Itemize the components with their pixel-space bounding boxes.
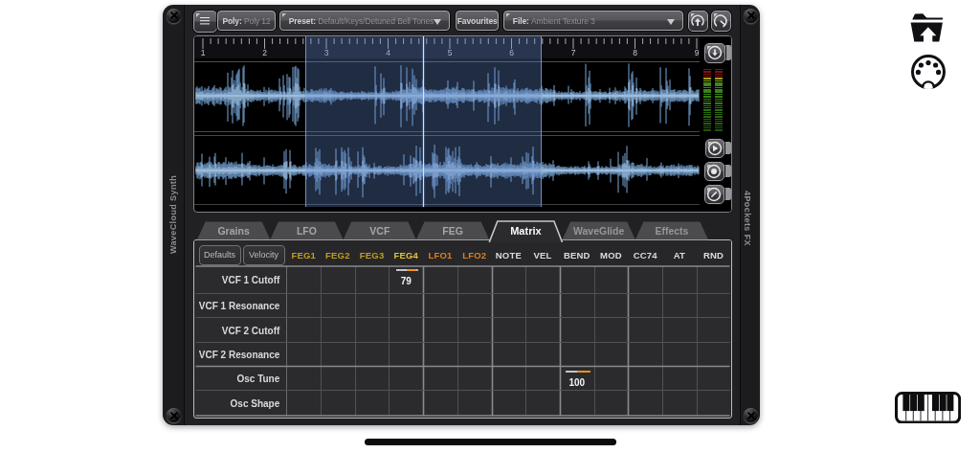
svg-text:LFO: LFO bbox=[296, 225, 316, 237]
svg-text:VCF: VCF bbox=[369, 225, 390, 237]
svg-text:WaveGlide: WaveGlide bbox=[572, 225, 623, 237]
svg-text:Effects: Effects bbox=[655, 225, 688, 237]
svg-text:FEG: FEG bbox=[442, 225, 463, 237]
svg-text:Grains: Grains bbox=[217, 225, 249, 237]
svg-text:Matrix: Matrix bbox=[510, 225, 542, 237]
